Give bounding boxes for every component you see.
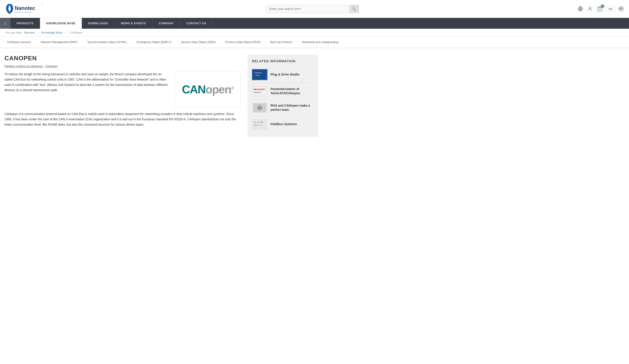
canopen-can-text: CAN — [182, 83, 205, 96]
search-box: 🔍 — [266, 5, 359, 13]
palette-icon[interactable] — [618, 5, 625, 12]
svg-rect-17 — [253, 87, 266, 95]
canopen-logo-box: CANopen® — [175, 72, 241, 107]
svg-point-10 — [620, 8, 621, 9]
sidebar: RELATED INFORMATION Plug&Drive Studio Pl… — [248, 55, 318, 137]
nav-item-news-events[interactable]: NEWS & EVENTS — [115, 18, 153, 29]
svg-point-12 — [622, 9, 622, 9]
svg-text:ROS: ROS — [258, 107, 262, 109]
related-title: RELATED INFORMATION — [252, 59, 314, 63]
svg-text:Plug&Drive: Plug&Drive — [254, 72, 262, 74]
nav-item-contact-us[interactable]: CONTACT US — [180, 18, 213, 29]
svg-rect-14 — [253, 70, 266, 79]
sub-nav-heartbeat[interactable]: Heartbeat and nodeguarding — [297, 37, 343, 48]
search-icon: 🔍 — [352, 7, 356, 11]
svg-text:Studio: Studio — [255, 75, 260, 76]
content-with-image: To reduce the length of the wiring harne… — [4, 72, 241, 107]
svg-point-7 — [589, 7, 591, 9]
svg-text:IBI: IBI — [261, 121, 263, 123]
canopen-open-text: open — [205, 83, 231, 96]
related-thumb-beckhoff: BECKHOFF TwinCAT — [252, 86, 267, 97]
canopen-reg: ® — [231, 86, 234, 90]
nav-item-knowledge-base[interactable]: KNOWLEDGE BASE — [40, 18, 82, 29]
main-content: CANOPEN Fieldbus systems & interfaces, C… — [0, 48, 323, 144]
sub-nav-pdo[interactable]: Process Data Object (PDO) — [220, 37, 265, 48]
sub-nav-sync[interactable]: Synchronization object (SYNC) — [82, 37, 132, 48]
header-icons: 0 US — [577, 5, 625, 12]
user-icon[interactable] — [587, 5, 594, 12]
related-item-fieldbus[interactable]: open EtherCAT IBI net/IP ⚙ Modbus Fieldb… — [252, 116, 314, 132]
related-info-box: RELATED INFORMATION Plug&Drive Studio Pl… — [248, 55, 318, 137]
related-thumb-ros: ROS — [252, 102, 267, 113]
breadcrumb: You are here: Nanotec → Knowledge Base →… — [0, 29, 629, 37]
svg-point-9 — [619, 7, 623, 11]
search-area: 🔍 — [53, 5, 572, 13]
related-item-ros[interactable]: ROS ROS and CANopen make a perfect team — [252, 99, 314, 116]
svg-text:PLUG & DRIVE: PLUG & DRIVE — [15, 11, 32, 13]
breadcrumb-nanotec[interactable]: Nanotec — [24, 31, 35, 34]
nav-item-company[interactable]: COMPANY — [153, 18, 180, 29]
related-link-beckhoff: Parameterization of TwinCAT2/CANopen — [271, 87, 314, 95]
svg-text:⚙ Modbus: ⚙ Modbus — [258, 124, 264, 126]
svg-rect-23 — [253, 120, 266, 129]
intro-text-block: To reduce the length of the wiring harne… — [4, 72, 170, 107]
cart-icon[interactable]: 0 — [596, 5, 603, 12]
home-icon: ⌂ — [4, 21, 6, 26]
svg-text:TwinCAT: TwinCAT — [254, 91, 261, 93]
related-item-beckhoff[interactable]: BECKHOFF TwinCAT Parameterization of Twi… — [252, 83, 314, 99]
nav-item-products[interactable]: PRODUCTS — [10, 18, 40, 29]
sub-nav-nmt[interactable]: Network Management (NMT) — [36, 37, 83, 48]
related-item-pds[interactable]: Plug&Drive Studio Plug & Drive Studio — [252, 67, 314, 83]
svg-point-11 — [621, 8, 622, 8]
svg-text:net/IP: net/IP — [254, 124, 257, 126]
breadcrumb-prefix: You are here: — [5, 31, 22, 34]
svg-text:BECKHOFF: BECKHOFF — [254, 88, 265, 91]
language-button[interactable]: US — [606, 6, 615, 12]
related-link-ros: ROS and CANopen make a perfect team — [271, 103, 314, 112]
intro-paragraph-1: To reduce the length of the wiring harne… — [4, 72, 170, 93]
svg-text:Nanotec: Nanotec — [15, 5, 35, 11]
related-link-fieldbus: Fieldbus Systems — [271, 122, 297, 126]
tag-canopen[interactable]: CANopen — [45, 65, 57, 68]
intro-paragraph-2: CANopen is a communication protocol base… — [4, 111, 241, 127]
svg-point-13 — [620, 9, 621, 10]
canopen-logo: CANopen® — [182, 83, 234, 96]
globe-icon[interactable] — [577, 5, 584, 12]
breadcrumb-current: CANopen — [70, 31, 82, 34]
cart-badge: 0 — [601, 4, 604, 8]
svg-text:®: ® — [42, 3, 43, 5]
nav-item-downloads[interactable]: DOWNLOADS — [82, 18, 115, 29]
sub-nav-canopen-services[interactable]: CANopen services — [2, 37, 36, 48]
related-thumb-pds: Plug&Drive Studio — [252, 69, 267, 80]
breadcrumb-arrow-2: → — [64, 31, 68, 34]
nav-home-button[interactable]: ⌂ — [0, 18, 10, 29]
svg-text:open: open — [254, 121, 256, 123]
content-area: CANOPEN Fieldbus systems & interfaces, C… — [4, 55, 241, 137]
header: Nanotec PLUG & DRIVE ® 🔍 — [0, 0, 629, 18]
related-thumb-fieldbus: open EtherCAT IBI net/IP ⚙ Modbus — [252, 119, 267, 130]
breadcrumb-arrow-1: → — [36, 31, 40, 34]
tag-links: Fieldbus systems & interfaces, CANopen — [4, 65, 241, 68]
search-button[interactable]: 🔍 — [349, 5, 359, 13]
sub-nav-boot-up[interactable]: Boot-Up Protocol — [265, 37, 297, 48]
related-link-pds: Plug & Drive Studio — [271, 72, 300, 77]
nav-bar: ⌂ PRODUCTS KNOWLEDGE BASE DOWNLOADS NEWS… — [0, 18, 629, 29]
search-input[interactable] — [267, 5, 349, 12]
sub-nav: CANopen services Network Management (NMT… — [0, 37, 629, 48]
page-title: CANOPEN — [4, 55, 241, 62]
sub-nav-sdo[interactable]: Service Data Object (SDO) — [176, 37, 220, 48]
sub-nav-emcy[interactable]: Emergency Object (EMCY) — [132, 37, 176, 48]
breadcrumb-knowledge-base[interactable]: Knowledge Base — [41, 31, 63, 34]
tag-fieldbus[interactable]: Fieldbus systems & interfaces, — [4, 65, 43, 68]
logo-area: Nanotec PLUG & DRIVE ® — [4, 2, 49, 15]
nanotec-logo[interactable]: Nanotec PLUG & DRIVE ® — [4, 2, 44, 15]
